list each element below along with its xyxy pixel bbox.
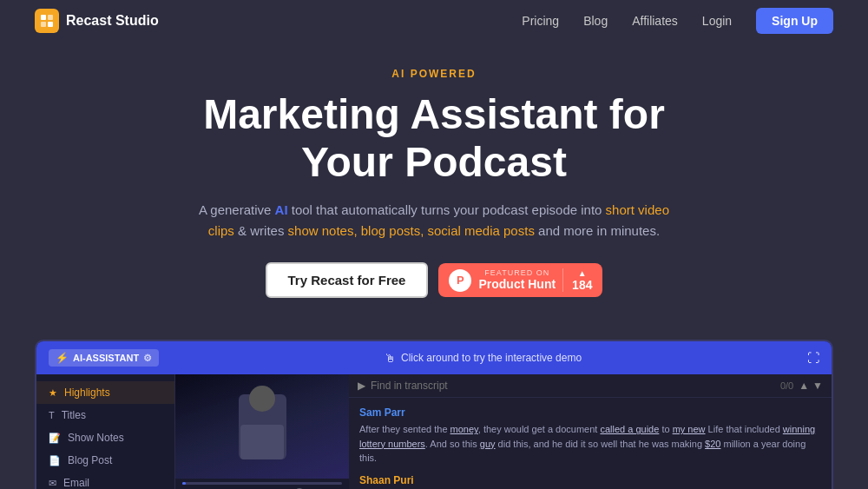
video-thumbnail: [175, 374, 349, 479]
nav-pricing[interactable]: Pricing: [522, 14, 559, 28]
demo-content: ★ Highlights T Titles 📝 Show Notes 📄 Blo…: [36, 374, 832, 489]
sidebar-show-notes[interactable]: 📝 Show Notes: [36, 426, 174, 449]
video-area: ▶ 0:00 / 1:22:34 🔊 ⋯ 40 / 40 Highlights …: [175, 374, 349, 489]
email-icon: ✉: [49, 478, 56, 489]
logo: Recast Studio: [35, 9, 159, 33]
speaker-shaan: Shaan Puri: [359, 474, 821, 486]
product-hunt-badge[interactable]: P FEATURED ON Product Hunt ▲ 184: [438, 263, 602, 297]
sidebar-email[interactable]: ✉ Email: [36, 472, 174, 489]
transcript-area: ▶ 0/0 ▲ ▼ Sam Parr After they sented the…: [349, 374, 832, 489]
nav-links: Pricing Blog Affiliates Login Sign Up: [522, 8, 833, 34]
demo-sidebar: ★ Highlights T Titles 📝 Show Notes 📄 Blo…: [36, 374, 175, 489]
demo-topbar-left: ⚡ AI-ASSISTANT ⚙: [49, 349, 159, 367]
transcript-match-count: 0/0: [780, 380, 793, 391]
navbar: Recast Studio Pricing Blog Affiliates Lo…: [0, 0, 868, 42]
sidebar-highlights[interactable]: ★ Highlights: [36, 381, 174, 404]
svg-rect-1: [48, 15, 53, 20]
expand-transcript-icon[interactable]: ▶: [358, 380, 365, 392]
sidebar-blog-post[interactable]: 📄 Blog Post: [36, 449, 174, 472]
svg-rect-2: [41, 22, 46, 27]
hero-title: Marketing Assistant for Your Podcast: [35, 90, 833, 186]
demo-topbar: ⚡ AI-ASSISTANT ⚙ 🖱 Click around to try t…: [36, 341, 832, 374]
expand-icon[interactable]: ⛶: [807, 351, 819, 365]
signup-button[interactable]: Sign Up: [756, 8, 833, 34]
titles-icon: T: [49, 410, 55, 420]
demo-topbar-center: 🖱 Click around to try the interactive de…: [385, 352, 582, 365]
transcript-body: Sam Parr After they sented the money, th…: [349, 398, 832, 489]
cta-row: Try Recast for Free P FEATURED ON Produc…: [35, 262, 833, 298]
svg-rect-0: [41, 15, 46, 20]
nav-login[interactable]: Login: [702, 14, 732, 28]
speaker-sam: Sam Parr: [359, 406, 821, 419]
sidebar-titles[interactable]: T Titles: [36, 404, 174, 426]
svg-rect-3: [48, 22, 53, 27]
transcript-nav-buttons: ▲ ▼: [799, 380, 823, 392]
transcript-search-bar: ▶ 0/0 ▲ ▼: [349, 374, 832, 398]
progress-bar[interactable]: [182, 482, 342, 485]
ph-text: FEATURED ON Product Hunt: [478, 269, 556, 291]
nav-blog[interactable]: Blog: [583, 14, 608, 28]
ai-powered-label: AI POWERED: [35, 68, 833, 80]
lightning-icon: ⚡: [56, 352, 69, 364]
logo-icon: [35, 9, 59, 33]
progress-bar-fill: [182, 482, 186, 485]
nav-affiliates[interactable]: Affiliates: [632, 14, 678, 28]
transcript-text-1: After they sented the money, they would …: [359, 422, 821, 466]
ph-logo-icon: P: [449, 269, 471, 292]
logo-text: Recast Studio: [66, 13, 159, 29]
transcript-search-input[interactable]: [371, 380, 775, 392]
video-controls: ▶ 0:00 / 1:22:34 🔊 ⋯: [175, 479, 349, 489]
blog-icon: 📄: [49, 455, 61, 466]
cursor-icon: 🖱: [385, 352, 396, 365]
hero-subtitle: A generative AI tool that automatically …: [191, 200, 677, 241]
show-notes-icon: 📝: [49, 433, 61, 444]
ai-assistant-badge: ⚡ AI-ASSISTANT ⚙: [49, 349, 159, 367]
settings-icon: ⚙: [143, 353, 152, 364]
transcript-nav-up[interactable]: ▲: [799, 380, 809, 392]
transcript-nav-down[interactable]: ▼: [812, 380, 823, 392]
ph-score: ▲ 184: [562, 268, 592, 292]
highlights-icon: ★: [49, 387, 57, 399]
try-recast-button[interactable]: Try Recast for Free: [266, 262, 429, 298]
hero-section: AI POWERED Marketing Assistant for Your …: [0, 42, 868, 340]
demo-panel: ⚡ AI-ASSISTANT ⚙ 🖱 Click around to try t…: [35, 340, 833, 489]
